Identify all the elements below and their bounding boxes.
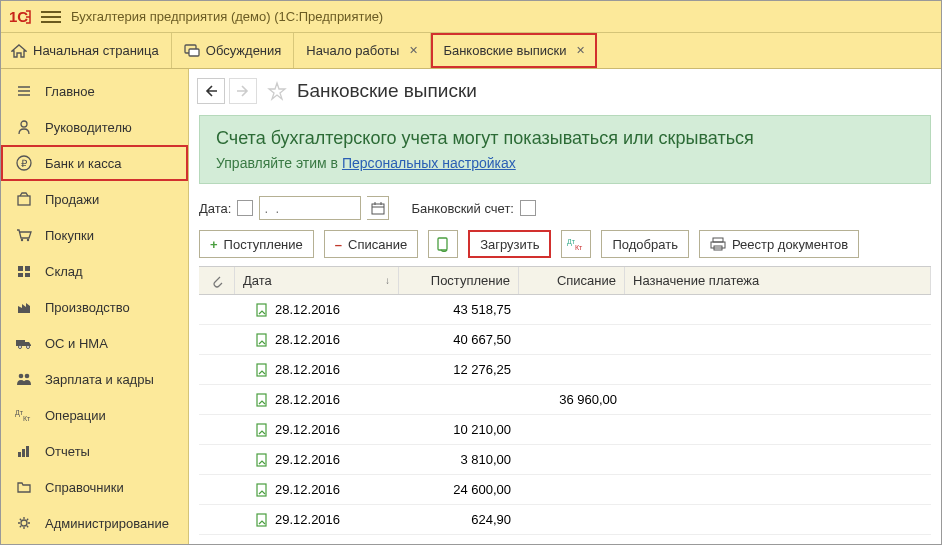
filters-row: Дата: Банковский счет: xyxy=(189,192,941,228)
cell-date: 28.12.2016 xyxy=(275,302,340,317)
svg-point-6 xyxy=(21,121,27,127)
sidebar-item-operations[interactable]: ДтКт Операции xyxy=(1,397,188,433)
tab-row: Начальная страница Обсуждения Начало раб… xyxy=(1,33,941,69)
dtkt-button[interactable]: ДтКт xyxy=(561,230,591,258)
sidebar-item-bank[interactable]: ₽ Банк и касса xyxy=(1,145,188,181)
svg-point-11 xyxy=(27,239,29,241)
pick-button[interactable]: Подобрать xyxy=(601,230,688,258)
sidebar-item-payroll[interactable]: Зарплата и кадры xyxy=(1,361,188,397)
sidebar-item-label: Продажи xyxy=(45,192,99,207)
banner-subtitle: Управляйте этим в Персональных настройка… xyxy=(216,155,914,171)
sidebar-item-label: Администрирование xyxy=(45,516,169,531)
registry-button[interactable]: Реестр документов xyxy=(699,230,859,258)
page-title: Банковские выписки xyxy=(297,80,477,102)
tab-home[interactable]: Начальная страница xyxy=(1,33,172,68)
sidebar-item-label: Операции xyxy=(45,408,106,423)
calendar-button[interactable] xyxy=(367,196,389,220)
main-menu-button[interactable] xyxy=(41,7,61,27)
document-icon xyxy=(255,303,269,317)
svg-rect-2 xyxy=(189,49,199,56)
cell-income: 3 810,00 xyxy=(399,452,519,467)
svg-rect-9 xyxy=(18,196,30,205)
table-row[interactable]: 28.12.201640 667,50 xyxy=(199,325,931,355)
table-row[interactable]: 29.12.201610 210,00 xyxy=(199,415,931,445)
cell-income: 43 518,75 xyxy=(399,302,519,317)
sidebar-item-manager[interactable]: Руководителю xyxy=(1,109,188,145)
load-button[interactable]: Загрузить xyxy=(468,230,551,258)
date-checkbox[interactable] xyxy=(237,200,253,216)
sidebar-item-label: Главное xyxy=(45,84,95,99)
svg-rect-14 xyxy=(18,273,23,277)
sidebar-item-admin[interactable]: Администрирование xyxy=(1,505,188,541)
svg-rect-15 xyxy=(25,273,30,277)
svg-point-18 xyxy=(27,346,30,349)
person-icon xyxy=(15,118,33,136)
table-row[interactable]: 29.12.2016624,90 xyxy=(199,505,931,535)
close-icon[interactable]: ✕ xyxy=(409,44,418,57)
registry-button-label: Реестр документов xyxy=(732,237,848,252)
cell-income: 12 276,25 xyxy=(399,362,519,377)
people-icon xyxy=(15,370,33,388)
svg-rect-34 xyxy=(713,238,723,242)
table-row[interactable]: 28.12.201643 518,75 xyxy=(199,295,931,325)
sort-asc-icon: ↓ xyxy=(385,275,390,286)
table-row[interactable]: 28.12.201612 276,25 xyxy=(199,355,931,385)
refresh-button[interactable] xyxy=(428,230,458,258)
sidebar-item-sales[interactable]: Продажи xyxy=(1,181,188,217)
cell-income: 24 600,00 xyxy=(399,482,519,497)
income-button[interactable]: + Поступление xyxy=(199,230,314,258)
sidebar-item-purchases[interactable]: Покупки xyxy=(1,217,188,253)
svg-rect-12 xyxy=(18,266,23,271)
tab-bank-statements[interactable]: Банковские выписки ✕ xyxy=(431,33,597,68)
nav-forward-button[interactable] xyxy=(229,78,257,104)
svg-text:₽: ₽ xyxy=(21,158,28,169)
sidebar-item-label: ОС и НМА xyxy=(45,336,108,351)
nav-back-button[interactable] xyxy=(197,78,225,104)
factory-icon xyxy=(15,298,33,316)
sidebar-item-main[interactable]: Главное xyxy=(1,73,188,109)
sidebar-item-production[interactable]: Производство xyxy=(1,289,188,325)
toolbar: + Поступление – Списание Загрузить ДтКт … xyxy=(189,228,941,266)
expense-button[interactable]: – Списание xyxy=(324,230,418,258)
table-row[interactable]: 29.12.201624 600,00 xyxy=(199,475,931,505)
grid-header: Дата ↓ Поступление Списание Назначение п… xyxy=(199,267,931,295)
column-date[interactable]: Дата ↓ xyxy=(235,267,399,294)
load-button-label: Загрузить xyxy=(480,237,539,252)
expense-button-label: Списание xyxy=(348,237,407,252)
tab-bank-label: Банковские выписки xyxy=(443,43,566,58)
tab-start[interactable]: Начало работы ✕ xyxy=(294,33,431,68)
minus-icon: – xyxy=(335,237,342,252)
column-attachment[interactable] xyxy=(199,267,235,294)
column-purpose[interactable]: Назначение платежа xyxy=(625,267,931,294)
date-input[interactable] xyxy=(259,196,361,220)
sidebar-item-assets[interactable]: ОС и НМА xyxy=(1,325,188,361)
gear-icon xyxy=(15,514,33,532)
table-row[interactable]: 28.12.201636 960,00 xyxy=(199,385,931,415)
sidebar-item-catalogs[interactable]: Справочники xyxy=(1,469,188,505)
list-icon xyxy=(15,82,33,100)
svg-point-19 xyxy=(19,374,24,379)
svg-point-10 xyxy=(21,239,23,241)
table-row[interactable]: 29.12.20163 810,00 xyxy=(199,445,931,475)
cart-icon xyxy=(15,226,33,244)
column-income[interactable]: Поступление xyxy=(399,267,519,294)
svg-rect-35 xyxy=(711,242,725,248)
svg-rect-31 xyxy=(438,238,447,250)
sidebar-item-label: Отчеты xyxy=(45,444,90,459)
star-icon[interactable] xyxy=(267,81,287,101)
grid-icon xyxy=(15,262,33,280)
banner-link[interactable]: Персональных настройках xyxy=(342,155,516,171)
tab-discussions[interactable]: Обсуждения xyxy=(172,33,295,68)
account-checkbox[interactable] xyxy=(520,200,536,216)
info-banner: Счета бухгалтерского учета могут показыв… xyxy=(199,115,931,184)
sidebar-item-label: Зарплата и кадры xyxy=(45,372,154,387)
cell-income: 10 210,00 xyxy=(399,422,519,437)
date-label: Дата: xyxy=(199,201,231,216)
sidebar-item-reports[interactable]: Отчеты xyxy=(1,433,188,469)
close-icon[interactable]: ✕ xyxy=(576,44,585,57)
sidebar-item-warehouse[interactable]: Склад xyxy=(1,253,188,289)
tab-start-label: Начало работы xyxy=(306,43,399,58)
chat-icon xyxy=(184,44,200,58)
document-icon xyxy=(255,423,269,437)
column-expense[interactable]: Списание xyxy=(519,267,625,294)
